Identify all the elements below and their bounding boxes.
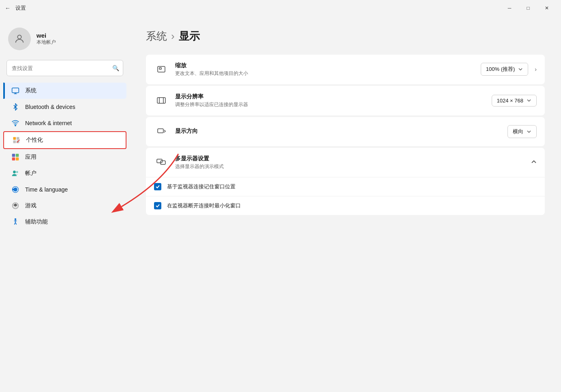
- resolution-icon: [154, 93, 169, 108]
- svg-point-16: [13, 189, 14, 190]
- user-info: wei 本地帐户: [36, 32, 56, 46]
- bluetooth-icon: [11, 103, 19, 111]
- scale-card: 缩放 更改文本、应用和其他项目的大小 100% (推荐) ›: [146, 55, 545, 84]
- sidebar-item-personalization[interactable]: 个性化: [3, 131, 126, 149]
- minimize-window-label: 在监视器断开连接时最小化窗口: [167, 202, 241, 209]
- multi-display-icon: [154, 155, 169, 170]
- multi-display-text: 多显示器设置 选择显示器的演示模式: [175, 155, 531, 170]
- close-button[interactable]: ✕: [537, 2, 556, 15]
- main-container: wei 本地帐户 🔍 系统: [0, 16, 561, 392]
- svg-rect-5: [13, 141, 16, 143]
- multi-display-section: 多显示器设置 选择显示器的演示模式 基于监视器连接记住窗口位置: [146, 148, 545, 215]
- accessibility-icon: [11, 218, 19, 226]
- user-name: wei: [36, 32, 56, 39]
- sidebar-item-label-network: Network & internet: [25, 120, 72, 126]
- svg-line-26: [15, 222, 17, 225]
- remember-window-checkbox[interactable]: [154, 183, 161, 190]
- checkbox-row-minimize[interactable]: 在监视器断开连接时最小化窗口: [146, 196, 545, 215]
- sidebar-item-network[interactable]: Network & internet: [3, 115, 126, 131]
- sidebar-item-label-accessibility: 辅助功能: [25, 218, 48, 226]
- sidebar-item-label-bluetooth: Bluetooth & devices: [25, 104, 75, 110]
- accounts-icon: [11, 169, 19, 177]
- user-account: 本地帐户: [36, 39, 56, 46]
- sidebar-item-label-apps: 应用: [25, 153, 36, 161]
- search-box: 🔍: [6, 60, 123, 76]
- sidebar-item-accessibility[interactable]: 辅助功能: [3, 214, 126, 230]
- orientation-card: 显示方向 横向: [146, 117, 545, 146]
- breadcrumb-parent: 系统: [146, 29, 167, 43]
- orientation-value: 横向: [513, 128, 523, 135]
- multi-display-chevron-icon: [531, 159, 537, 166]
- sidebar-item-label-time: Time & language: [25, 186, 68, 193]
- chevron-down-icon: [518, 67, 523, 72]
- resolution-text: 显示分辨率 调整分辨率以适应已连接的显示器: [175, 93, 492, 108]
- svg-rect-11: [16, 158, 19, 161]
- sidebar-item-system[interactable]: 系统: [3, 83, 126, 99]
- resolution-row[interactable]: 显示分辨率 调整分辨率以适应已连接的显示器 1024 × 768: [146, 86, 545, 115]
- title-bar-title: 设置: [15, 4, 26, 12]
- resolution-control: 1024 × 768: [492, 95, 537, 107]
- sidebar-item-gaming[interactable]: 游戏: [3, 198, 126, 214]
- breadcrumb: 系统 › 显示: [146, 29, 545, 43]
- minimize-window-checkbox[interactable]: [154, 202, 161, 209]
- avatar: [8, 28, 31, 50]
- breadcrumb-separator: ›: [171, 30, 175, 43]
- checkmark-icon: [155, 184, 160, 189]
- svg-rect-9: [16, 154, 19, 157]
- user-profile[interactable]: wei 本地帐户: [0, 23, 130, 60]
- orientation-title: 显示方向: [175, 128, 507, 135]
- orientation-row[interactable]: 显示方向 横向: [146, 117, 545, 146]
- sidebar-item-label-personalization: 个性化: [26, 136, 43, 144]
- svg-point-0: [17, 35, 21, 39]
- personalization-icon: [12, 136, 20, 144]
- back-button[interactable]: ←: [5, 5, 11, 11]
- sidebar-item-label-system: 系统: [25, 87, 36, 94]
- scale-icon: [154, 62, 169, 77]
- checkbox-row-remember[interactable]: 基于监视器连接记住窗口位置: [146, 177, 545, 196]
- scale-value: 100% (推荐): [486, 66, 515, 73]
- maximize-button[interactable]: □: [519, 2, 537, 15]
- title-bar: ← 设置 ─ □ ✕: [0, 0, 561, 16]
- resolution-title: 显示分辨率: [175, 93, 492, 100]
- multi-display-body: 基于监视器连接记住窗口位置 在监视器断开连接时最小化窗口: [146, 177, 545, 215]
- active-indicator: [3, 83, 5, 99]
- search-input[interactable]: [6, 60, 123, 76]
- scale-row[interactable]: 缩放 更改文本、应用和其他项目的大小 100% (推荐) ›: [146, 55, 545, 84]
- svg-rect-8: [12, 154, 15, 157]
- sidebar-item-accounts[interactable]: 帐户: [3, 165, 126, 181]
- gaming-icon: [11, 202, 19, 210]
- multi-display-desc: 选择显示器的演示模式: [175, 163, 531, 170]
- orientation-icon: [154, 124, 169, 139]
- resolution-dropdown[interactable]: 1024 × 768: [492, 95, 537, 107]
- resolution-chevron-icon: [527, 98, 531, 103]
- scale-desc: 更改文本、应用和其他项目的大小: [175, 70, 481, 77]
- sidebar-item-apps[interactable]: 应用: [3, 149, 126, 165]
- svg-point-13: [16, 171, 18, 173]
- svg-point-21: [15, 205, 16, 207]
- sidebar-item-bluetooth[interactable]: Bluetooth & devices: [3, 99, 126, 115]
- orientation-control: 横向: [507, 125, 537, 138]
- title-bar-left: ← 设置: [5, 4, 26, 12]
- multi-display-title: 多显示器设置: [175, 155, 531, 162]
- content-area: 系统 › 显示 缩放 更改文本、应用和其他项目的大小 10: [130, 16, 561, 392]
- title-bar-controls: ─ □ ✕: [500, 2, 556, 15]
- svg-point-12: [13, 170, 16, 173]
- scale-text: 缩放 更改文本、应用和其他项目的大小: [175, 62, 481, 77]
- svg-point-2: [15, 125, 16, 126]
- minimize-button[interactable]: ─: [500, 2, 519, 15]
- sidebar-item-time[interactable]: Time & language: [3, 181, 126, 198]
- sidebar-item-label-accounts: 帐户: [25, 170, 36, 177]
- search-icon: 🔍: [112, 65, 119, 71]
- resolution-card: 显示分辨率 调整分辨率以适应已连接的显示器 1024 × 768: [146, 86, 545, 115]
- network-icon: [11, 119, 19, 127]
- scale-dropdown[interactable]: 100% (推荐): [481, 63, 529, 76]
- svg-point-15: [14, 188, 17, 191]
- scale-title: 缩放: [175, 62, 481, 69]
- multi-display-header[interactable]: 多显示器设置 选择显示器的演示模式: [146, 148, 545, 177]
- svg-point-22: [15, 219, 16, 220]
- breadcrumb-current: 显示: [179, 29, 200, 43]
- orientation-dropdown[interactable]: 横向: [507, 125, 537, 138]
- svg-rect-10: [12, 158, 15, 161]
- remember-window-label: 基于监视器连接记住窗口位置: [167, 183, 236, 190]
- time-icon: [11, 185, 19, 194]
